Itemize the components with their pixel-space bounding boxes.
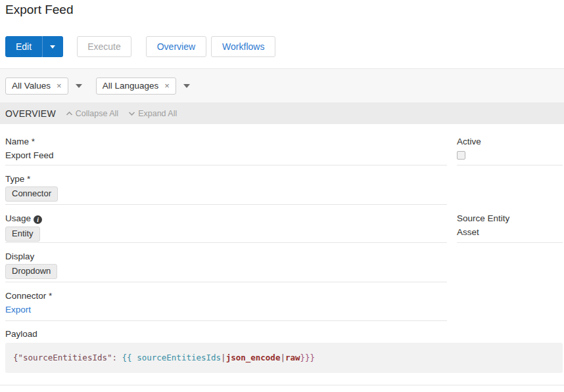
overview-form: Name * Export Feed Type * Connector Usag… xyxy=(0,124,564,321)
field-active: Active xyxy=(457,128,563,165)
filter-values-group: All Values × xyxy=(5,77,82,95)
expand-all-label: Expand All xyxy=(138,109,177,118)
remove-filter-icon[interactable]: × xyxy=(57,81,62,90)
workflows-button[interactable]: Workflows xyxy=(211,36,275,57)
form-left-column: Name * Export Feed Type * Connector Usag… xyxy=(5,128,447,321)
active-label: Active xyxy=(457,137,563,146)
field-type: Type * Connector xyxy=(5,165,447,205)
chevron-down-icon xyxy=(128,111,135,116)
page: Export Feed Edit Execute Overview Workfl… xyxy=(0,0,564,385)
source-entity-label: Source Entity xyxy=(457,213,563,223)
usage-label: Usagei xyxy=(5,213,447,224)
type-label: Type * xyxy=(5,174,447,184)
form-right-column: Active Source Entity Asset xyxy=(457,128,563,321)
field-usage: Usagei Entity xyxy=(5,205,447,243)
edit-button[interactable]: Edit xyxy=(5,36,42,57)
toolbar: Edit Execute Overview Workflows xyxy=(5,36,564,57)
collapse-all-label: Collapse All xyxy=(76,109,118,118)
filter-languages-dropdown-caret[interactable] xyxy=(183,84,190,88)
display-value-tag: Dropdown xyxy=(5,264,57,279)
filter-bar: All Values × All Languages × xyxy=(0,68,564,102)
filter-all-values-chip[interactable]: All Values × xyxy=(5,77,68,95)
filter-all-languages-chip[interactable]: All Languages × xyxy=(96,77,176,95)
expand-all-button[interactable]: Expand All xyxy=(128,109,177,118)
field-display: Display Dropdown xyxy=(5,243,447,282)
active-checkbox[interactable] xyxy=(457,151,465,160)
name-label: Name * xyxy=(5,137,447,146)
name-value: Export Feed xyxy=(5,150,447,160)
collapse-all-button[interactable]: Collapse All xyxy=(66,109,118,118)
bottom-divider xyxy=(0,385,564,385)
page-title: Export Feed xyxy=(0,0,564,18)
type-value-tag: Connector xyxy=(5,186,58,202)
chevron-up-icon xyxy=(66,111,73,116)
field-source-entity: Source Entity Asset xyxy=(457,205,563,243)
connector-value-link[interactable]: Export xyxy=(5,305,31,315)
overview-button[interactable]: Overview xyxy=(146,36,206,57)
execute-button[interactable]: Execute xyxy=(77,36,131,57)
field-connector: Connector * Export xyxy=(5,282,447,321)
edit-dropdown-toggle[interactable] xyxy=(42,36,63,57)
filter-chip-label: All Languages xyxy=(103,81,159,91)
usage-label-text: Usage xyxy=(5,213,31,223)
overview-section-bar: OVERVIEW Collapse All Expand All xyxy=(0,102,564,124)
filter-chip-label: All Values xyxy=(12,81,51,91)
caret-down-icon xyxy=(50,45,55,49)
section-title: OVERVIEW xyxy=(5,108,56,119)
display-label: Display xyxy=(5,251,447,261)
filter-languages-group: All Languages × xyxy=(96,77,190,95)
field-name: Name * Export Feed xyxy=(5,128,447,165)
connector-label: Connector * xyxy=(5,291,447,301)
remove-filter-icon[interactable]: × xyxy=(164,81,170,90)
source-entity-value: Asset xyxy=(457,227,563,237)
form-spacer xyxy=(457,165,563,205)
info-icon[interactable]: i xyxy=(34,215,42,224)
edit-split-button: Edit xyxy=(5,36,63,57)
payload-code-editor[interactable]: {"sourceEntitiesIds": {{ sourceEntitiesI… xyxy=(5,343,563,373)
usage-value-tag: Entity xyxy=(5,227,40,242)
field-payload: Payload {"sourceEntitiesIds": {{ sourceE… xyxy=(0,321,564,373)
filter-values-dropdown-caret[interactable] xyxy=(76,84,82,88)
payload-label: Payload xyxy=(5,329,564,339)
